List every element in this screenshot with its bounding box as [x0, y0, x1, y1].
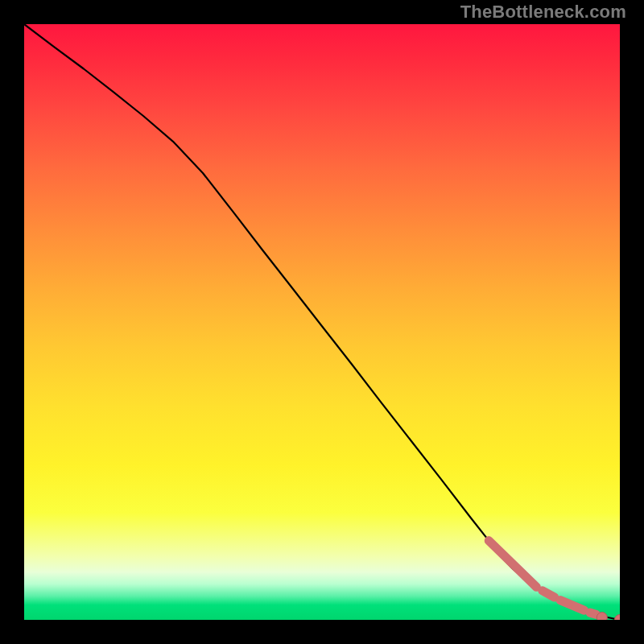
thick-segment — [489, 541, 536, 588]
end-marker — [615, 615, 621, 621]
thick-segment — [590, 613, 596, 614]
end-marker — [597, 613, 607, 620]
chart-overlay — [24, 24, 620, 620]
end-markers — [597, 613, 620, 620]
thick-line-segments — [489, 541, 596, 615]
watermark-text: TheBottleneck.com — [460, 2, 626, 23]
main-curve — [24, 24, 620, 620]
thick-segment — [543, 591, 555, 597]
chart-frame: TheBottleneck.com — [0, 0, 644, 644]
thick-segment — [560, 601, 584, 611]
plot-area — [24, 24, 620, 620]
